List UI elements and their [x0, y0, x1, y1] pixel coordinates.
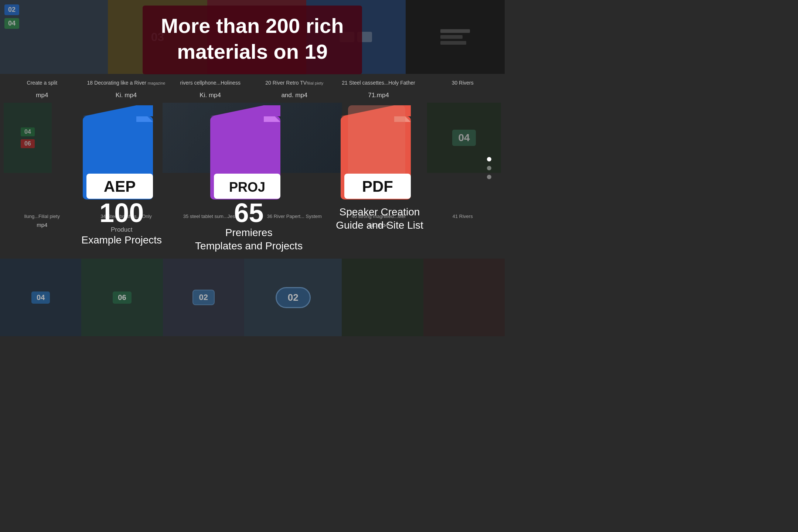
- svg-text:PROJ: PROJ: [229, 180, 265, 195]
- bottom-panel-3: 02: [163, 259, 244, 336]
- bottom-panel-2: 06: [81, 259, 163, 336]
- svg-marker-6: [83, 105, 153, 116]
- col-label-3: rivers cellphone...Holiness: [168, 80, 252, 86]
- bottom-content-row: 04 06 02 02: [0, 259, 505, 336]
- bottom-panel-6: [423, 259, 505, 336]
- pdf-file-icon: PDF: [341, 105, 418, 203]
- bp1-plate: 04: [31, 291, 50, 304]
- dot-3[interactable]: [487, 175, 491, 179]
- ft-1: mp4: [0, 92, 84, 99]
- thumb-5: [406, 0, 505, 74]
- pdf-label-line1: Speaker Creation: [340, 205, 420, 219]
- ft-3: Ki. mp4: [168, 92, 252, 99]
- svg-marker-11: [210, 105, 280, 116]
- filetype-labels-row: mp4 Ki. mp4 Ki. mp4 and. mp4 71.mp4: [0, 92, 505, 99]
- proj-file-wrapper[interactable]: PROJ 65 Premieres Templates and Projects: [195, 105, 303, 253]
- title-line1: More than 200 rich: [161, 14, 344, 37]
- plate-02: 02: [4, 4, 19, 15]
- ft-2: Ki. mp4: [84, 92, 168, 99]
- thumb-1: 02 04: [0, 0, 108, 74]
- col-label-4: 20 River Retro TVfilial piety: [252, 80, 337, 86]
- proj-label-line1: Premieres: [225, 226, 273, 239]
- pdf-file-wrapper[interactable]: PDF Speaker Creation Guide and Site List: [336, 105, 423, 232]
- bottom-panel-5: [342, 259, 423, 336]
- bp4-oval-plate: 02: [276, 287, 311, 308]
- svg-text:PDF: PDF: [362, 178, 393, 195]
- aep-count: 100: [99, 200, 144, 226]
- aep-sub: Product: [111, 226, 133, 233]
- bottom-panel-1: 04: [0, 259, 81, 336]
- dot-2[interactable]: [487, 166, 491, 170]
- thumb-5-bars: [440, 29, 470, 45]
- col-label-1: Create a split: [0, 80, 84, 86]
- aep-label: Example Projects: [81, 233, 162, 247]
- header-bg: More than 200 rich materials on 19: [143, 6, 362, 74]
- plate-04: 04: [4, 18, 19, 29]
- bp2-plate: 06: [113, 291, 131, 304]
- ft-4: and. mp4: [252, 92, 337, 99]
- ft-6: [420, 92, 505, 99]
- aep-file-wrapper[interactable]: AEP 100 Product Example Projects: [81, 105, 162, 247]
- pdf-label-line2: Guide and Site List: [336, 219, 423, 232]
- col-label-6: 30 Rivers: [420, 80, 505, 86]
- title-line2: materials on 19: [177, 40, 328, 63]
- header-title: More than 200 rich materials on 19: [161, 13, 344, 65]
- svg-text:AEP: AEP: [104, 178, 136, 195]
- dot-1[interactable]: [487, 157, 491, 161]
- ft-5: 71.mp4: [337, 92, 421, 99]
- header-overlay: More than 200 rich materials on 19: [122, 6, 383, 74]
- bp3-plate: 02: [192, 290, 215, 305]
- bottom-panel-4: 02: [244, 259, 342, 336]
- col-label-2: 18 Decorating like a River magazine: [84, 80, 168, 86]
- column-labels-row: Create a split 18 Decorating like a Rive…: [0, 80, 505, 86]
- col-label-5: 21 Steel cassettes...Holy Father: [337, 80, 421, 86]
- proj-label-line2: Templates and Projects: [195, 239, 303, 253]
- pagination-dots: [487, 157, 491, 179]
- svg-rect-17: [348, 105, 405, 179]
- aep-file-icon: AEP: [83, 105, 160, 203]
- icons-section: AEP 100 Product Example Projects PROJ 65…: [0, 105, 505, 253]
- proj-count: 65: [234, 200, 264, 226]
- proj-file-icon: PROJ: [210, 105, 288, 203]
